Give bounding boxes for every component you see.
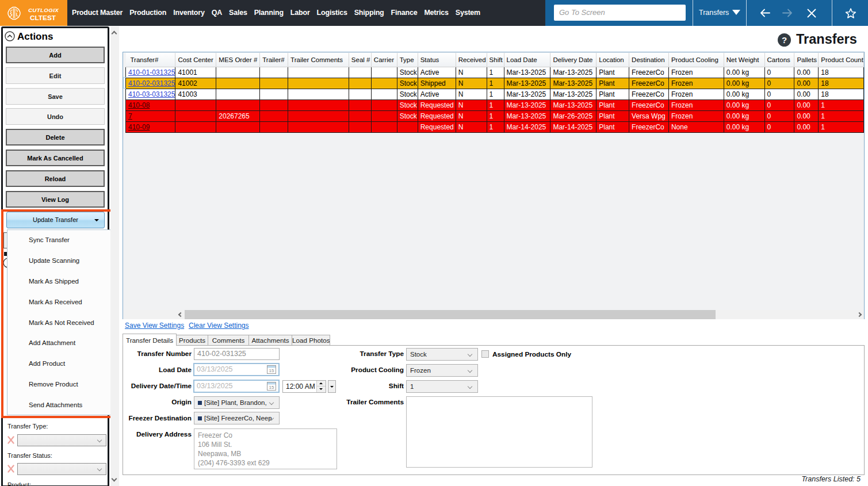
- svg-text:15: 15: [269, 368, 274, 373]
- svg-text:15: 15: [269, 385, 274, 390]
